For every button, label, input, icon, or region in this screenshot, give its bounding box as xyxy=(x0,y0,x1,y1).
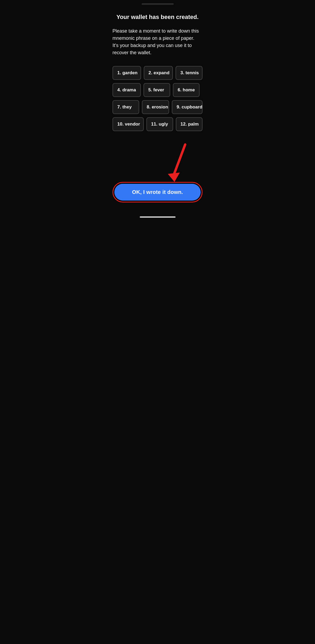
mnemonic-word-12: 12. palm xyxy=(176,117,203,131)
mnemonic-word-8: 8. erosion xyxy=(142,100,169,114)
description-text: Please take a moment to write down this … xyxy=(112,28,203,56)
button-highlight-border: OK, I wrote it down. xyxy=(112,182,203,202)
mnemonic-word-4: 4. drama xyxy=(112,83,141,97)
mnemonic-word-9: 9. cupboard xyxy=(172,100,203,114)
mnemonic-word-3: 3. tennis xyxy=(176,66,203,80)
svg-line-0 xyxy=(173,145,185,177)
mnemonic-grid: 1. garden 2. expand 3. tennis 4. drama 5… xyxy=(112,66,203,131)
home-indicator xyxy=(140,216,176,218)
mnemonic-word-1: 1. garden xyxy=(112,66,141,80)
arrow-container xyxy=(112,142,203,185)
svg-marker-1 xyxy=(168,173,180,182)
mnemonic-word-5: 5. fever xyxy=(143,83,170,97)
mnemonic-word-7: 7. they xyxy=(112,100,139,114)
mnemonic-word-11: 11. ugly xyxy=(146,117,173,131)
mnemonic-word-6: 6. home xyxy=(173,83,200,97)
mnemonic-word-10: 10. vendor xyxy=(112,117,144,131)
mnemonic-word-2: 2. expand xyxy=(144,66,173,80)
mnemonic-row-1: 1. garden 2. expand 3. tennis xyxy=(112,66,203,80)
arrow-icon xyxy=(165,142,189,185)
mnemonic-row-3: 7. they 8. erosion 9. cupboard xyxy=(112,100,203,114)
page-title: Your wallet has been created. xyxy=(112,13,203,21)
mnemonic-row-2: 4. drama 5. fever 6. home xyxy=(112,83,203,97)
ok-button[interactable]: OK, I wrote it down. xyxy=(114,184,201,201)
mnemonic-row-4: 10. vendor 11. ugly 12. palm xyxy=(112,117,203,131)
